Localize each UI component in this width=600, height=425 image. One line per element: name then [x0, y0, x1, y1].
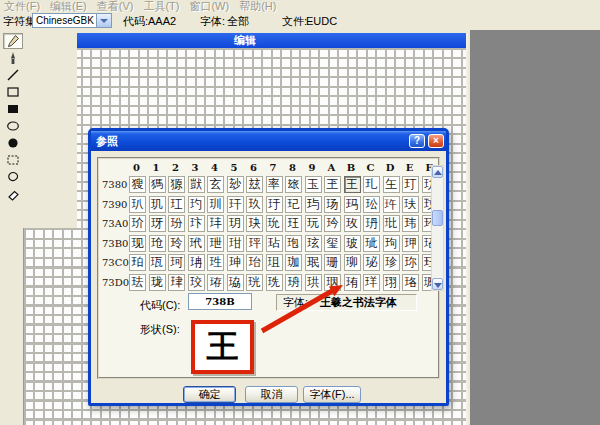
- char-cell[interactable]: 珙: [305, 274, 322, 291]
- char-cell[interactable]: 玹: [305, 235, 322, 252]
- char-cell[interactable]: 玙: [305, 196, 322, 213]
- charset-combobox[interactable]: ChineseGBK: [32, 13, 112, 28]
- char-cell[interactable]: 獀: [129, 176, 146, 193]
- char-cell[interactable]: 玲: [168, 235, 185, 252]
- close-icon[interactable]: ×: [428, 134, 444, 148]
- ok-button[interactable]: 确定: [183, 386, 236, 403]
- char-cell[interactable]: 珃: [188, 254, 205, 271]
- char-cell[interactable]: 玧: [266, 215, 283, 232]
- char-cell[interactable]: 珋: [344, 254, 361, 271]
- char-cell[interactable]: 玢: [168, 215, 185, 232]
- char-cell[interactable]: 珍: [383, 254, 400, 271]
- char-cell[interactable]: 珇: [266, 254, 283, 271]
- char-cell[interactable]: 玥: [227, 215, 244, 232]
- char-cell[interactable]: 玜: [363, 196, 380, 213]
- char-cell[interactable]: 玕: [227, 196, 244, 213]
- char-cell[interactable]: 玾: [402, 235, 419, 252]
- char-cell-selected[interactable]: 王: [344, 176, 361, 193]
- char-cell[interactable]: 玬: [363, 215, 380, 232]
- cancel-button[interactable]: 取消: [245, 386, 298, 403]
- char-cell[interactable]: 珈: [285, 254, 302, 271]
- char-cell[interactable]: 玸: [285, 235, 302, 252]
- char-cell[interactable]: 玺: [324, 235, 341, 252]
- char-cell[interactable]: 玅: [227, 176, 244, 193]
- select-freeform-tool-icon[interactable]: [3, 169, 23, 185]
- char-cell[interactable]: 珑: [149, 274, 166, 291]
- code-input[interactable]: [188, 293, 252, 310]
- char-cell[interactable]: 珜: [363, 274, 380, 291]
- char-cell[interactable]: 玠: [129, 215, 146, 232]
- char-cell[interactable]: 玷: [266, 235, 283, 252]
- char-cell[interactable]: 玳: [188, 235, 205, 252]
- char-cell[interactable]: 珕: [227, 274, 244, 291]
- menu-edit[interactable]: 编辑(E): [50, 0, 87, 14]
- char-cell[interactable]: 玑: [149, 196, 166, 213]
- char-cell[interactable]: 珒: [168, 274, 185, 291]
- ellipse-outline-tool-icon[interactable]: [3, 118, 23, 134]
- scrollbar-thumb[interactable]: [432, 210, 443, 226]
- char-cell[interactable]: 玈: [285, 176, 302, 193]
- char-cell[interactable]: 珎: [402, 254, 419, 271]
- char-cell[interactable]: 玻: [344, 235, 361, 252]
- scroll-down-icon[interactable]: [432, 278, 443, 290]
- char-cell[interactable]: 珊: [324, 254, 341, 271]
- char-cell[interactable]: 玫: [344, 215, 361, 232]
- char-cell[interactable]: 玌: [363, 176, 380, 193]
- scroll-up-icon[interactable]: [432, 166, 443, 178]
- char-cell[interactable]: 珝: [383, 274, 400, 291]
- char-cell[interactable]: 珛: [344, 274, 361, 291]
- char-cell[interactable]: 玚: [324, 196, 341, 213]
- char-cell[interactable]: 珉: [305, 254, 322, 271]
- char-cell[interactable]: 率: [266, 176, 283, 193]
- menu-help[interactable]: 帮助(H): [239, 0, 276, 14]
- rectangle-outline-tool-icon[interactable]: [3, 84, 23, 100]
- char-cell[interactable]: 玞: [402, 196, 419, 213]
- menu-view[interactable]: 查看(V): [97, 0, 134, 14]
- char-cell[interactable]: 玼: [363, 235, 380, 252]
- char-cell[interactable]: 獃: [188, 176, 205, 193]
- char-cell[interactable]: 玩: [305, 215, 322, 232]
- menu-file[interactable]: 文件(F): [4, 0, 40, 14]
- char-cell[interactable]: 珁: [149, 254, 166, 271]
- char-cell[interactable]: 珔: [207, 274, 224, 291]
- char-cell[interactable]: 珐: [129, 274, 146, 291]
- char-cell[interactable]: 玐: [129, 196, 146, 213]
- char-cell[interactable]: 玍: [383, 176, 400, 193]
- char-cell[interactable]: 玉: [305, 176, 322, 193]
- help-icon[interactable]: ?: [409, 134, 425, 148]
- char-cell[interactable]: 玛: [344, 196, 361, 213]
- char-cell[interactable]: 玽: [383, 235, 400, 252]
- char-cell[interactable]: 玡: [149, 215, 166, 232]
- char-cell[interactable]: 玮: [402, 215, 419, 232]
- font-button[interactable]: 字体(F)...: [303, 386, 361, 403]
- char-cell[interactable]: 珗: [266, 274, 283, 291]
- char-cell[interactable]: 玒: [168, 196, 185, 213]
- char-cell[interactable]: 玴: [207, 235, 224, 252]
- char-cell[interactable]: 珚: [324, 274, 341, 291]
- line-tool-icon[interactable]: [3, 67, 23, 83]
- char-cell[interactable]: 珘: [285, 274, 302, 291]
- char-cell[interactable]: 玤: [207, 215, 224, 232]
- ellipse-filled-tool-icon[interactable]: [3, 135, 23, 151]
- char-cell[interactable]: 珌: [363, 254, 380, 271]
- char-cell[interactable]: 玆: [246, 176, 263, 193]
- char-cell[interactable]: 玪: [324, 215, 341, 232]
- char-cell[interactable]: 玦: [246, 215, 263, 232]
- menu-window[interactable]: 窗口(W): [189, 0, 229, 14]
- brush-tool-icon[interactable]: [3, 50, 23, 66]
- menu-tools[interactable]: 工具(T): [143, 0, 179, 14]
- char-cell[interactable]: 玭: [383, 215, 400, 232]
- char-cell[interactable]: 獁: [149, 176, 166, 193]
- char-cell[interactable]: 玨: [285, 215, 302, 232]
- char-cell[interactable]: 玔: [207, 196, 224, 213]
- char-cell[interactable]: 珄: [207, 254, 224, 271]
- chevron-down-icon[interactable]: [96, 14, 111, 27]
- char-cell[interactable]: 玝: [383, 196, 400, 213]
- eraser-tool-icon[interactable]: [3, 186, 23, 202]
- char-cell[interactable]: 玶: [246, 235, 263, 252]
- dialog-titlebar[interactable]: 参照 ? ×: [91, 131, 446, 151]
- select-rectangle-tool-icon[interactable]: [3, 152, 23, 168]
- char-cell[interactable]: 珅: [227, 254, 244, 271]
- char-cell[interactable]: 玱: [149, 235, 166, 252]
- char-cell[interactable]: 玵: [227, 235, 244, 252]
